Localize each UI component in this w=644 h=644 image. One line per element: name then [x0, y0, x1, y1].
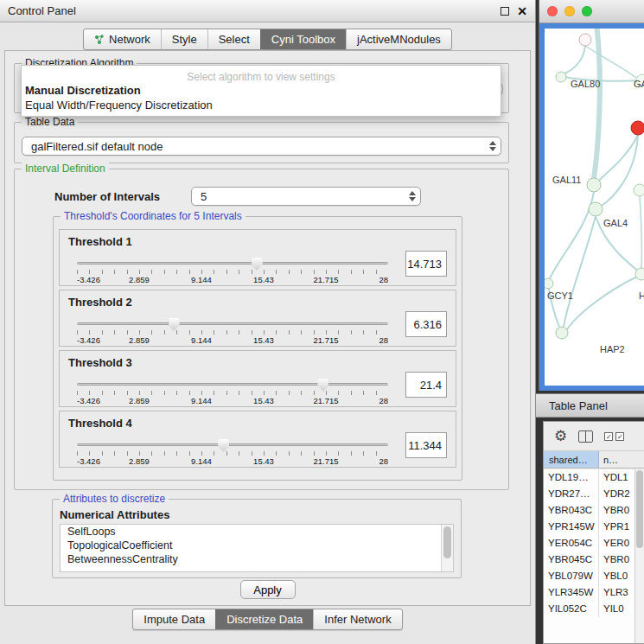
table-data-combobox[interactable]: galFiltered.sif default node [22, 137, 501, 156]
zoom-traffic-light-icon[interactable] [582, 6, 592, 16]
slider-thumb[interactable] [317, 379, 328, 392]
network-node[interactable] [634, 184, 644, 196]
threshold-label: Threshold 3 [68, 356, 132, 369]
table-row[interactable]: YBR043C YBR0 [544, 502, 634, 519]
list-item[interactable]: BetweennessCentrality [61, 552, 453, 566]
list-item[interactable]: SelfLoops [61, 525, 453, 539]
threshold-slider[interactable]: -3.426 2.859 9.144 15.43 21.715 28 [77, 318, 388, 342]
tab-select[interactable]: Select [207, 29, 260, 49]
threshold-slider[interactable]: -3.426 2.859 9.144 15.43 21.715 28 [77, 379, 388, 403]
algorithm-option-manual[interactable]: Manual Discretization [22, 83, 501, 98]
number-of-intervals-label: Number of Intervals [54, 190, 160, 203]
list-item[interactable]: TopologicalCoefficient [61, 539, 453, 552]
right-region: GAL80 GA GAL11 GAL4 GCY1 HAP2 H Table Pa… [536, 0, 644, 644]
combobox-stepper-icon [489, 141, 496, 151]
minimize-traffic-light-icon[interactable] [564, 6, 575, 16]
column-header-shared[interactable]: shared… [544, 451, 599, 468]
numerical-attributes-label: Numerical Attributes [60, 508, 169, 521]
top-tab-row: Network Style Select Cyni Toolbox jActiv… [0, 29, 535, 50]
network-node[interactable] [587, 178, 601, 192]
network-node[interactable] [545, 278, 553, 289]
close-traffic-light-icon[interactable] [547, 6, 558, 16]
cell-name: YBR0 [599, 552, 634, 568]
slider-scale: -3.426 2.859 9.144 15.43 21.715 28 [77, 396, 388, 405]
attributes-scrollbar[interactable] [441, 525, 453, 571]
table-row[interactable]: YER054C YER0 [544, 535, 634, 552]
scrollbar-thumb[interactable] [636, 470, 643, 548]
select-columns-checkbox-icons[interactable]: ✓ ✓ [604, 432, 624, 441]
table-row[interactable]: YIL052C YIL0 [544, 601, 634, 617]
cell-shared-name: YER054C [544, 535, 599, 552]
network-node[interactable] [556, 72, 566, 82]
slider-ticks [77, 391, 388, 395]
columns-icon[interactable] [578, 430, 593, 443]
threshold-panel: Threshold 1 -3.426 2.859 9.144 15.43 [59, 229, 456, 286]
network-canvas[interactable]: GAL80 GA GAL11 GAL4 GCY1 HAP2 H [545, 29, 644, 386]
cell-shared-name: YBR043C [544, 502, 599, 519]
threshold-value-field[interactable]: 11.344 [405, 432, 447, 458]
table-row[interactable]: YDR27… YDR2 [544, 486, 634, 502]
tab-cyni-toolbox[interactable]: Cyni Toolbox [260, 29, 346, 49]
number-of-intervals-combobox[interactable]: 5 [191, 187, 421, 206]
threshold-panel: Threshold 3 -3.426 2.859 9.144 15.43 [59, 350, 456, 407]
group-label: Attributes to discretize [60, 493, 169, 505]
threshold-value-field[interactable]: 14.713 [405, 251, 447, 277]
threshold-list: Threshold 1 -3.426 2.859 9.144 15.43 [54, 217, 462, 468]
tab-impute-data[interactable]: Impute Data [133, 609, 215, 629]
slider-ticks [77, 330, 388, 335]
close-icon[interactable]: ✕ [517, 7, 527, 16]
table-scrollbar[interactable] [634, 469, 644, 643]
threshold-panel: Threshold 2 -3.426 2.859 9.144 15.43 [59, 290, 456, 347]
slider-track[interactable] [77, 322, 388, 325]
table-row[interactable]: YPR145W YPR1 [544, 519, 634, 535]
slider-ticks [77, 270, 388, 274]
gear-icon[interactable]: ⚙ [554, 429, 567, 443]
slider-track[interactable] [77, 383, 388, 386]
cell-shared-name: YBL079W [544, 568, 599, 584]
cell-name: YDR2 [599, 486, 634, 502]
table-toolbar: ⚙ ✓ ✓ [544, 422, 644, 451]
node-label: GCY1 [547, 290, 573, 301]
network-graph: GAL80 GA GAL11 GAL4 GCY1 HAP2 H [545, 29, 644, 386]
network-node-selected[interactable] [631, 121, 644, 135]
network-node[interactable] [556, 327, 568, 339]
cyni-toolbox-content: Discretization Algorithm Select algorith… [4, 50, 531, 606]
threshold-value-field[interactable]: 21.4 [405, 372, 447, 398]
table-row[interactable]: YLR345W YLR3 [544, 584, 634, 601]
threshold-slider[interactable]: -3.426 2.859 9.144 15.43 21.715 28 [77, 439, 388, 463]
tab-infer-network[interactable]: Infer Network [313, 609, 401, 629]
slider-thumb[interactable] [218, 439, 229, 452]
slider-track[interactable] [77, 262, 388, 265]
algorithm-dropdown-popup: Select algorithm to view settings Manual… [21, 65, 501, 117]
node-label: HAP2 [600, 344, 625, 354]
threshold-panel: Threshold 4 -3.426 2.859 9.144 15.43 [59, 411, 456, 468]
threshold-label: Threshold 4 [68, 417, 132, 430]
threshold-label: Threshold 1 [68, 235, 132, 248]
float-window-icon[interactable] [501, 7, 509, 16]
threshold-slider[interactable]: -3.426 2.859 9.144 15.43 21.715 28 [77, 258, 388, 282]
table-row[interactable]: YBR045C YBR0 [544, 552, 634, 568]
slider-scale: -3.426 2.859 9.144 15.43 21.715 28 [77, 275, 388, 284]
network-node[interactable] [589, 202, 603, 216]
slider-track[interactable] [77, 443, 388, 446]
table-row[interactable]: YBL079W YBL0 [544, 568, 634, 584]
tab-style[interactable]: Style [161, 29, 207, 49]
apply-button[interactable]: Apply [240, 580, 296, 599]
interval-definition-group: Interval Definition Number of Intervals … [14, 169, 509, 490]
threshold-value-field[interactable]: 6.316 [405, 311, 447, 337]
network-window: GAL80 GA GAL11 GAL4 GCY1 HAP2 H [539, 0, 644, 391]
network-node[interactable] [635, 268, 644, 280]
slider-thumb[interactable] [169, 318, 180, 331]
table-row[interactable]: YDL19… YDL1 [544, 469, 634, 486]
tab-network[interactable]: Network [84, 29, 161, 49]
group-label: Interval Definition [22, 163, 109, 175]
slider-thumb[interactable] [252, 258, 263, 271]
algorithm-option-equal-width[interactable]: Equal Width/Frequency Discretization [22, 98, 501, 112]
table-panel-window: ⚙ ✓ ✓ shared… n… YDL19… YDL1 YDR27… YDR2 [543, 421, 644, 644]
column-header-name[interactable]: n… [599, 451, 644, 468]
node-label: H [639, 290, 644, 301]
scrollbar-thumb[interactable] [443, 526, 451, 558]
network-node[interactable] [579, 34, 591, 46]
tab-jactivemnodules[interactable]: jActiveMNodules [346, 29, 451, 49]
tab-discretize-data[interactable]: Discretize Data [215, 609, 313, 629]
